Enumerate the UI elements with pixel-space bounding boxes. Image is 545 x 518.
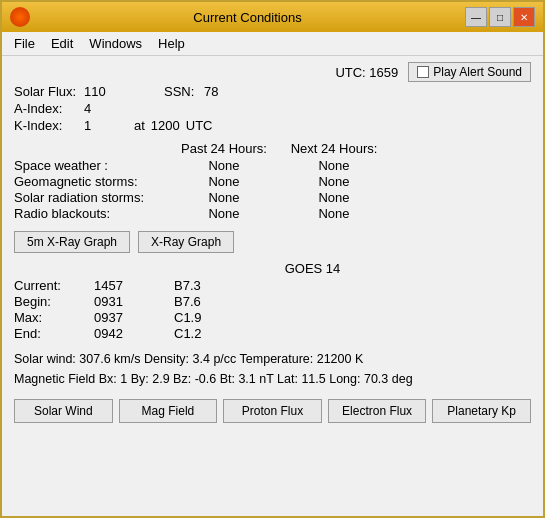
solar-radiation-past: None <box>174 190 274 205</box>
space-weather-label: Space weather : <box>14 158 174 173</box>
menu-windows[interactable]: Windows <box>81 34 150 53</box>
goes-current-label: Current: <box>14 278 94 293</box>
table-header: Past 24 Hours: Next 24 Hours: <box>14 141 531 156</box>
radio-blackouts-past: None <box>174 206 274 221</box>
bottom-buttons-row: Solar Wind Mag Field Proton Flux Electro… <box>14 399 531 423</box>
k-time: 1200 <box>151 118 180 133</box>
k-utc: UTC <box>186 118 213 133</box>
k-index-label: K-Index: <box>14 118 84 133</box>
play-alert-button[interactable]: Play Alert Sound <box>408 62 531 82</box>
goes-current-val2: B7.3 <box>174 278 234 293</box>
ssn-label: SSN: <box>164 84 204 99</box>
goes-end-row: End: 0942 C1.2 <box>14 326 531 341</box>
geomagnetic-row: Geomagnetic storms: None None <box>14 174 531 189</box>
space-weather-next: None <box>274 158 394 173</box>
menu-edit[interactable]: Edit <box>43 34 81 53</box>
header-row: UTC: 1659 Play Alert Sound <box>14 62 531 82</box>
menu-bar: File Edit Windows Help <box>2 32 543 56</box>
goes-begin-label: Begin: <box>14 294 94 309</box>
k-index-row: K-Index: 1 at 1200 UTC <box>14 118 531 133</box>
k-index-value: 1 <box>84 118 134 133</box>
goes-max-val2: C1.9 <box>174 310 234 325</box>
goes-begin-row: Begin: 0931 B7.6 <box>14 294 531 309</box>
close-button[interactable]: ✕ <box>513 7 535 27</box>
solar-info: Solar wind: 307.6 km/s Density: 3.4 p/cc… <box>14 349 531 389</box>
goes-end-label: End: <box>14 326 94 341</box>
proton-flux-button[interactable]: Proton Flux <box>223 399 322 423</box>
xray-button[interactable]: X-Ray Graph <box>138 231 234 253</box>
solar-wind-line1: Solar wind: 307.6 km/s Density: 3.4 p/cc… <box>14 349 531 369</box>
play-alert-label: Play Alert Sound <box>433 65 522 79</box>
ssn-value: 78 <box>204 84 218 99</box>
xray5m-button[interactable]: 5m X-Ray Graph <box>14 231 130 253</box>
goes-section: GOES 14 Current: 1457 B7.3 Begin: 0931 B… <box>14 261 531 341</box>
solar-flux-row: Solar Flux: 110 SSN: 78 <box>14 84 531 99</box>
solar-flux-value: 110 <box>84 84 134 99</box>
solar-flux-label: Solar Flux: <box>14 84 84 99</box>
space-weather-past: None <box>174 158 274 173</box>
geomagnetic-next: None <box>274 174 394 189</box>
goes-max-label: Max: <box>14 310 94 325</box>
maximize-button[interactable]: □ <box>489 7 511 27</box>
minimize-button[interactable]: — <box>465 7 487 27</box>
play-alert-checkbox[interactable] <box>417 66 429 78</box>
goes-begin-val2: B7.6 <box>174 294 234 309</box>
window-controls: — □ ✕ <box>465 7 535 27</box>
goes-begin-val1: 0931 <box>94 294 174 309</box>
mag-field-button[interactable]: Mag Field <box>119 399 218 423</box>
goes-end-val1: 0942 <box>94 326 174 341</box>
goes-current-row: Current: 1457 B7.3 <box>14 278 531 293</box>
solar-wind-line2: Magnetic Field Bx: 1 By: 2.9 Bz: -0.6 Bt… <box>14 369 531 389</box>
col-past-header: Past 24 Hours: <box>174 141 274 156</box>
col-empty <box>14 141 174 156</box>
radio-blackouts-row: Radio blackouts: None None <box>14 206 531 221</box>
graph-buttons-row: 5m X-Ray Graph X-Ray Graph <box>14 231 531 253</box>
window-title: Current Conditions <box>30 10 465 25</box>
geomagnetic-label: Geomagnetic storms: <box>14 174 174 189</box>
solar-radiation-label: Solar radiation storms: <box>14 190 174 205</box>
solar-radiation-row: Solar radiation storms: None None <box>14 190 531 205</box>
title-bar: Current Conditions — □ ✕ <box>2 2 543 32</box>
goes-end-val2: C1.2 <box>174 326 234 341</box>
a-index-label: A-Index: <box>14 101 84 116</box>
goes-max-val1: 0937 <box>94 310 174 325</box>
electron-flux-button[interactable]: Electron Flux <box>328 399 427 423</box>
radio-blackouts-next: None <box>274 206 394 221</box>
goes-max-row: Max: 0937 C1.9 <box>14 310 531 325</box>
solar-radiation-next: None <box>274 190 394 205</box>
geomagnetic-past: None <box>174 174 274 189</box>
main-content: UTC: 1659 Play Alert Sound Solar Flux: 1… <box>2 56 543 429</box>
a-index-row: A-Index: 4 <box>14 101 531 116</box>
conditions-table: Past 24 Hours: Next 24 Hours: Space weat… <box>14 141 531 221</box>
app-icon <box>10 7 30 27</box>
menu-help[interactable]: Help <box>150 34 193 53</box>
goes-current-val1: 1457 <box>94 278 174 293</box>
planetary-kp-button[interactable]: Planetary Kp <box>432 399 531 423</box>
k-at: at <box>134 118 145 133</box>
utc-time: UTC: 1659 <box>335 65 398 80</box>
menu-file[interactable]: File <box>6 34 43 53</box>
space-weather-row: Space weather : None None <box>14 158 531 173</box>
goes-title: GOES 14 <box>94 261 531 276</box>
col-next-header: Next 24 Hours: <box>274 141 394 156</box>
solar-wind-button[interactable]: Solar Wind <box>14 399 113 423</box>
radio-blackouts-label: Radio blackouts: <box>14 206 174 221</box>
a-index-value: 4 <box>84 101 91 116</box>
